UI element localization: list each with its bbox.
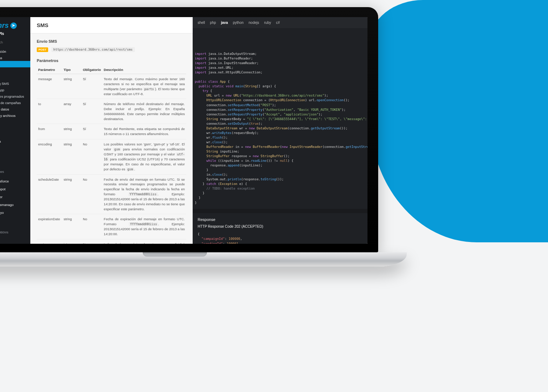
params-table: Parámetro Tipo Obligatorio Descripción m… (37, 66, 186, 244)
laptop-base (0, 252, 407, 267)
sidebar-item-bases-de-datos[interactable]: Bases de datos (0, 106, 30, 112)
param-type: array (62, 99, 81, 124)
param-name: scheduleDate (37, 174, 62, 214)
sidebar-item-autenticación[interactable]: Autenticación (0, 48, 30, 55)
param-desc: Fecha de envío del mensaje en formato UT… (102, 174, 186, 214)
table-row: partsintegerNoIndica el número máximo de… (37, 239, 186, 244)
logo-text: 360nrs (0, 21, 9, 30)
sidebar-item-landing-sms[interactable]: Landing SMS (0, 80, 30, 87)
sidebar-item-otp[interactable]: OTP (0, 125, 30, 131)
integration-label: Hubspot (0, 187, 5, 191)
lang-tab-shell[interactable]: shell (198, 21, 205, 25)
endpoint-row: POST https://dashboard.360nrs.com/api/re… (37, 47, 186, 52)
integration-label: Salesmanago (0, 203, 14, 207)
param-type: string (62, 74, 81, 99)
param-desc: Texto del mensaje. Como máximo puede ten… (102, 74, 186, 99)
nav-primary: AutenticaciónCampañasSMSEmailVozLanding … (0, 46, 30, 159)
param-required: No (81, 214, 102, 239)
param-required: Sí (81, 74, 102, 99)
section-subtitle: Envío SMS (37, 39, 186, 43)
param-required: No (81, 174, 102, 214)
lang-tab-java[interactable]: java (221, 21, 228, 25)
param-type: string (62, 174, 81, 214)
param-name: parts (37, 239, 62, 244)
param-desc: Número de teléfono móvil destinatario de… (102, 99, 186, 124)
endpoint-url: https://dashboard.360nrs.com/api/rest/sm… (51, 47, 135, 52)
lang-tab-ruby[interactable]: ruby (264, 21, 271, 25)
laptop-notch (143, 252, 207, 257)
paper-plane-icon: ➤ (10, 22, 17, 29)
sidebar-title: REST APIs (0, 32, 30, 38)
sidebar-item-campañas[interactable]: Campañas (0, 55, 30, 61)
table-row: fromstringSíTexto del Remitente, esta et… (37, 124, 186, 139)
nav-integrations: SalesforceHubspotZapierSalesmanagoKlaviy… (0, 175, 30, 218)
param-type: string (62, 214, 81, 239)
sidebar-item-listado-de-campañas[interactable]: Listado de campañas (0, 99, 30, 106)
table-row: scheduleDatestringNoFecha de envío del m… (37, 174, 186, 214)
docs-panel: SMS Envío SMS POST https://dashboard.360… (30, 17, 193, 244)
response-json: { "campaignId": 100000, "sendingId": 100… (193, 232, 367, 244)
param-name: message (37, 74, 62, 99)
sidebar-item-email[interactable]: Email (0, 67, 30, 74)
param-name: encoding (37, 139, 62, 174)
col-obligatorio: Obligatorio (81, 66, 102, 74)
lang-tabs: shellphpjavapythonnodejsrubyc# (193, 17, 367, 28)
integrations-label: Integraciones (0, 167, 30, 175)
integration-label: Klaviyo (0, 211, 4, 215)
param-name: from (37, 124, 62, 139)
sidebar-item-anexos[interactable]: Anexos (0, 151, 30, 157)
param-desc: Indica el número máximo de partes en que… (102, 239, 186, 244)
sidebar: 360nrs ➤ REST APIs 🔍 AutenticaciónCampañ… (0, 17, 30, 244)
footer-link[interactable]: Acceso a 360nrs (0, 228, 30, 238)
background-blob (370, 0, 548, 242)
sidebar-item-mensajes-programados[interactable]: Mensajes programados (0, 93, 30, 99)
param-name: expirationDate (37, 214, 62, 239)
code-block: import java.io.DataOutputStream; import … (193, 42, 367, 209)
sidebar-item-whatsapp[interactable]: WhatsApp (0, 87, 30, 93)
table-row: encodingstringNoLos posibles valores son… (37, 139, 186, 174)
params-heading: Parámetros (37, 58, 186, 63)
response-label: Response (193, 209, 367, 225)
sidebar-item-errores[interactable]: Errores (0, 144, 30, 151)
code-sample: import java.io.DataOutputStream; import … (195, 52, 365, 205)
integration-salesmanago[interactable]: Salesmanago (0, 201, 30, 208)
param-desc: Texto del Remitente, esta etiqueta se co… (102, 124, 186, 139)
sidebar-item-sms[interactable]: SMS (0, 61, 30, 67)
lang-tab-python[interactable]: python (233, 21, 244, 25)
col-parametro: Parámetro (37, 66, 62, 74)
integration-label: Salesforce (0, 179, 9, 183)
integration-salesforce[interactable]: Salesforce (0, 177, 30, 185)
sidebar-item-eventos[interactable]: Eventos (0, 119, 30, 125)
sidebar-item-cuenta[interactable]: Cuenta (0, 131, 30, 138)
param-required: No (81, 239, 102, 244)
code-panel: shellphpjavapythonnodejsrubyc# import ja… (193, 17, 367, 244)
language-flags[interactable] (0, 218, 30, 228)
integration-zapier[interactable]: Zapier (0, 193, 30, 201)
search-row[interactable]: 🔍 (0, 38, 30, 46)
table-row: expirationDatestringNoFecha de expiració… (37, 214, 186, 239)
logo[interactable]: 360nrs ➤ (0, 17, 30, 32)
lang-tab-php[interactable]: php (210, 21, 216, 25)
integration-hubspot[interactable]: Hubspot (0, 185, 30, 193)
param-desc: Los posibles valores son 'gsm', 'gsm-pt'… (102, 139, 186, 174)
search-input[interactable] (0, 40, 27, 45)
smpp-label[interactable]: SMPP API (0, 159, 30, 167)
param-desc: Fecha de expiración del mensaje en forma… (102, 214, 186, 239)
param-required: No (81, 139, 102, 174)
lang-tab-c#[interactable]: c# (276, 21, 280, 25)
param-required: Sí (81, 124, 102, 139)
lang-tab-nodejs[interactable]: nodejs (249, 21, 259, 25)
param-type: string (62, 124, 81, 139)
sidebar-item-cobertura[interactable]: Cobertura (0, 138, 30, 144)
sidebar-item-voz[interactable]: Voz (0, 74, 30, 80)
col-tipo: Tipo (62, 66, 81, 74)
param-type: integer (62, 239, 81, 244)
sidebar-item-plantillas-y-archivos[interactable]: Plantillas y archivos (0, 112, 30, 119)
laptop-mockup: 360nrs ➤ REST APIs 🔍 AutenticaciónCampañ… (0, 7, 378, 267)
table-row: messagestringSíTexto del mensaje. Como m… (37, 74, 186, 99)
integration-klaviyo[interactable]: Klaviyo (0, 208, 30, 216)
page-title: SMS (30, 17, 193, 33)
response-status: HTTP Response Code 202 (ACCEPTED) (193, 225, 367, 232)
param-type: string (62, 139, 81, 174)
integration-label: Zapier (0, 195, 2, 199)
